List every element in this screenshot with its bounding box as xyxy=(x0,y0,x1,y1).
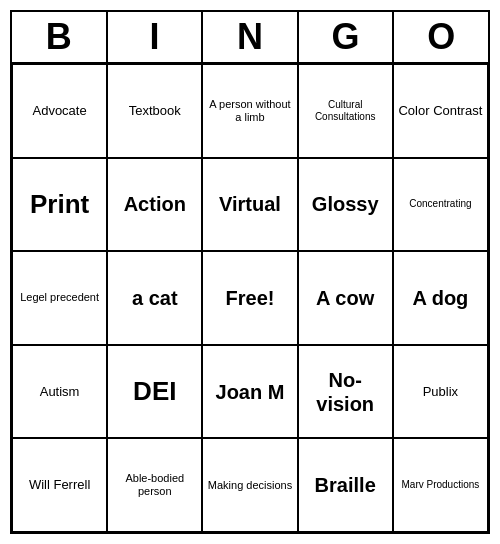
cell-text: DEI xyxy=(133,376,176,407)
header-letter: N xyxy=(203,12,299,62)
cell-r0-c3: Cultural Consultations xyxy=(298,64,393,158)
cell-text: A person without a limb xyxy=(207,98,292,124)
header-letter: I xyxy=(108,12,204,62)
cell-text: A cow xyxy=(316,286,374,310)
cell-r0-c0: Advocate xyxy=(12,64,107,158)
cell-r4-c2: Making decisions xyxy=(202,438,297,532)
cell-text: Making decisions xyxy=(208,479,292,492)
cell-text: a cat xyxy=(132,286,178,310)
cell-r3-c2: Joan M xyxy=(202,345,297,439)
cell-r4-c3: Braille xyxy=(298,438,393,532)
cell-r0-c2: A person without a limb xyxy=(202,64,297,158)
cell-r1-c3: Glossy xyxy=(298,158,393,252)
cell-text: Publix xyxy=(423,384,458,400)
cell-text: Will Ferrell xyxy=(29,477,90,493)
cell-r4-c4: Marv Productions xyxy=(393,438,488,532)
cell-text: Cultural Consultations xyxy=(303,99,388,123)
cell-r3-c4: Publix xyxy=(393,345,488,439)
cell-r1-c2: Virtual xyxy=(202,158,297,252)
cell-text: Color Contrast xyxy=(398,103,482,119)
cell-r2-c2: Free! xyxy=(202,251,297,345)
cell-text: Marv Productions xyxy=(401,479,479,491)
cell-r2-c3: A cow xyxy=(298,251,393,345)
cell-text: Braille xyxy=(315,473,376,497)
bingo-grid: AdvocateTextbookA person without a limbC… xyxy=(10,62,490,534)
cell-text: Glossy xyxy=(312,192,379,216)
header-letter: O xyxy=(394,12,488,62)
header-letter: G xyxy=(299,12,395,62)
bingo-header: BINGO xyxy=(10,10,490,62)
cell-text: Textbook xyxy=(129,103,181,119)
cell-text: Free! xyxy=(226,286,275,310)
cell-r0-c1: Textbook xyxy=(107,64,202,158)
cell-text: Action xyxy=(124,192,186,216)
cell-text: Able-bodied person xyxy=(112,472,197,498)
bingo-card: BINGO AdvocateTextbookA person without a… xyxy=(10,10,490,534)
header-letter: B xyxy=(12,12,108,62)
cell-text: Concentrating xyxy=(409,198,471,210)
cell-r3-c3: No-vision xyxy=(298,345,393,439)
cell-text: A dog xyxy=(412,286,468,310)
cell-r1-c4: Concentrating xyxy=(393,158,488,252)
cell-text: Advocate xyxy=(32,103,86,119)
cell-text: Virtual xyxy=(219,192,281,216)
cell-text: Legel precedent xyxy=(20,291,99,304)
cell-r4-c0: Will Ferrell xyxy=(12,438,107,532)
cell-r1-c1: Action xyxy=(107,158,202,252)
cell-r2-c1: a cat xyxy=(107,251,202,345)
cell-r0-c4: Color Contrast xyxy=(393,64,488,158)
cell-r4-c1: Able-bodied person xyxy=(107,438,202,532)
cell-text: Print xyxy=(30,189,89,220)
cell-r3-c0: Autism xyxy=(12,345,107,439)
cell-text: Joan M xyxy=(216,380,285,404)
cell-r2-c0: Legel precedent xyxy=(12,251,107,345)
cell-r3-c1: DEI xyxy=(107,345,202,439)
cell-text: No-vision xyxy=(303,368,388,416)
cell-r1-c0: Print xyxy=(12,158,107,252)
cell-text: Autism xyxy=(40,384,80,400)
cell-r2-c4: A dog xyxy=(393,251,488,345)
